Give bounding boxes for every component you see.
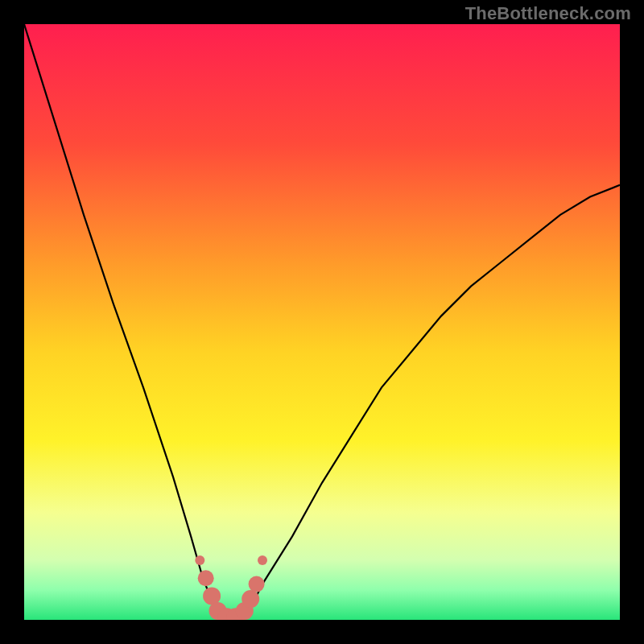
trough-marker [198,570,214,586]
trough-marker [249,576,265,592]
chart-frame: TheBottleneck.com [0,0,644,644]
trough-marker [242,590,259,608]
trough-marker [195,555,204,565]
heat-background [24,24,620,620]
trough-marker [258,555,267,565]
watermark-text: TheBottleneck.com [465,3,631,24]
bottleneck-chart [24,24,620,620]
